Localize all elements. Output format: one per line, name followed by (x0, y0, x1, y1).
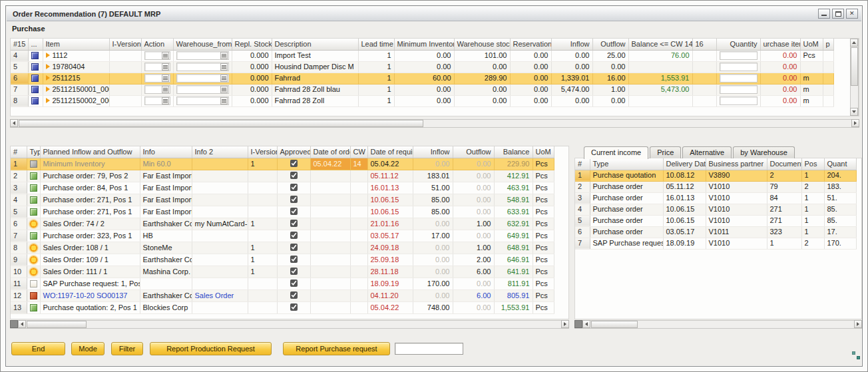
column-header[interactable]: Date of order (310, 146, 350, 158)
link-arrow-icon[interactable] (46, 53, 50, 58)
planned-grid-row[interactable]: 7Purchase order: 323, Pos 1HB03.05.1717.… (11, 230, 554, 242)
action-input[interactable] (144, 85, 170, 94)
income-grid-row[interactable]: 3Purchase order16.01.13V101084151. (575, 192, 856, 204)
column-header[interactable]: Inflow (551, 39, 592, 50)
planned-grid-row[interactable]: 11SAP Purchase request: 1, Pos 218.09.19… (11, 278, 554, 289)
planned-grid-row[interactable]: 10Sales Order: 111 / 1Mashina Corp.128.1… (11, 266, 554, 278)
column-header[interactable]: # (575, 158, 590, 170)
column-header[interactable]: Balance <= CW 14 (628, 39, 692, 50)
warehouse-from-input[interactable] (176, 51, 229, 60)
warehouse-from-input[interactable] (176, 85, 229, 94)
column-header[interactable]: Document (767, 158, 801, 170)
column-header[interactable]: Balance (494, 146, 533, 158)
warehouse-from-input[interactable] (176, 74, 229, 83)
report-production-request-button[interactable]: Report Production Request (150, 342, 272, 355)
link-arrow-icon[interactable] (46, 75, 50, 81)
column-header[interactable]: Info (140, 146, 192, 158)
title-bar[interactable]: Order Recommendation (7) DEFAULT MRP (7, 7, 861, 21)
income-grid-horizontal-scrollbar[interactable] (574, 320, 862, 329)
column-header[interactable]: p (823, 39, 833, 50)
income-grid-row[interactable]: 4Purchase order10.06.15V1010271185. (575, 204, 856, 215)
column-header[interactable]: Pos (801, 158, 824, 170)
choose-from-list-icon[interactable] (162, 75, 169, 82)
approved-checkbox[interactable] (290, 196, 298, 203)
scroll-up-button[interactable] (850, 39, 858, 47)
column-header[interactable]: #15 (11, 39, 28, 50)
quantity-input[interactable] (720, 85, 758, 94)
action-input[interactable] (144, 51, 170, 60)
column-header[interactable]: Outflow (592, 39, 628, 50)
column-header[interactable]: Item (43, 39, 109, 50)
choose-from-list-icon[interactable] (162, 52, 169, 59)
planned-grid-row[interactable]: 5Purchase order: 271, Pos 1Far East Impo… (11, 206, 554, 218)
link-arrow-icon[interactable] (46, 64, 50, 69)
vertical-scroll-thumb[interactable] (851, 47, 858, 86)
column-header[interactable]: Outflow (453, 146, 494, 158)
planned-grid-horizontal-scrollbar[interactable] (10, 320, 569, 329)
column-header[interactable]: 16 (692, 39, 716, 50)
report-purchase-request-button[interactable]: Report Purchase request (283, 342, 390, 355)
column-header[interactable]: Quant (824, 158, 856, 170)
mode-button[interactable]: Mode (71, 342, 105, 355)
top-grid-row[interactable]: 5197804040.000Housind Damper Disc M10.00… (11, 61, 833, 73)
column-header[interactable]: UoM (800, 39, 823, 50)
action-input[interactable] (144, 96, 170, 105)
column-header[interactable]: Description (272, 39, 358, 50)
horizontal-scroll-thumb[interactable] (27, 321, 87, 328)
action-input[interactable] (144, 74, 170, 83)
planned-grid-row[interactable]: 12WO:1197-10-20 SO00137Earthshaker CorSa… (11, 289, 554, 301)
column-header[interactable]: Delivery Date (663, 158, 706, 170)
approved-checkbox[interactable] (290, 208, 298, 215)
income-grid-row[interactable]: 5Purchase order10.06.15V1010271185. (575, 215, 856, 226)
scroll-right-button[interactable] (561, 320, 569, 328)
link-arrow-icon[interactable] (46, 87, 50, 92)
column-header[interactable]: Lead time (358, 39, 394, 50)
quantity-input[interactable] (720, 74, 758, 83)
scroll-left-button[interactable] (18, 320, 26, 328)
tab-alternative[interactable]: Alternative (682, 146, 732, 158)
scroll-down-button[interactable] (850, 108, 858, 116)
planned-grid-row[interactable]: 1Minimum InventoryMin 60.0105.04.221405.… (11, 158, 554, 170)
column-header[interactable]: CW (350, 146, 367, 158)
quantity-input[interactable] (720, 63, 758, 71)
planned-grid-row[interactable]: 3Purchase order: 84, Pos 1Far East Impor… (11, 182, 554, 194)
warehouse-from-input[interactable] (176, 96, 229, 105)
planned-grid-row[interactable]: 2Purchase order: 79, Pos 2Far East Impor… (11, 170, 554, 182)
quantity-input[interactable] (720, 96, 758, 105)
top-grid-horizontal-scrollbar[interactable] (10, 119, 859, 128)
tab-current-income[interactable]: Current income (584, 146, 648, 159)
resize-grip-icon[interactable] (851, 351, 860, 359)
restore-button[interactable] (832, 9, 844, 19)
approved-checkbox[interactable] (290, 256, 298, 263)
column-header[interactable]: # (11, 146, 27, 158)
scroll-right-button[interactable] (851, 119, 859, 127)
planned-grid-row[interactable]: 13Purchase quotation: 2, Pos 1Blockies C… (11, 301, 554, 313)
scroll-right-button[interactable] (854, 320, 862, 328)
column-header[interactable]: Planned Inflow and Outflow (40, 146, 140, 158)
top-grid-row[interactable]: 725112150001_0000.000Fahrrad 28 Zoll bla… (11, 84, 833, 95)
income-grid-row[interactable]: 2Purchase order05.11.12V1010792183. (575, 181, 856, 192)
column-header[interactable]: Type (590, 158, 663, 170)
column-header[interactable]: Minimum Inventory (394, 39, 454, 50)
link-arrow-icon[interactable] (46, 98, 50, 103)
column-header[interactable]: Typ (27, 146, 40, 158)
choose-from-list-icon[interactable] (162, 86, 169, 93)
column-header[interactable]: Date of requiren (367, 146, 413, 158)
choose-from-list-icon[interactable] (162, 63, 169, 71)
top-grid-row[interactable]: 411120.000Import Test10.00101.000.000.00… (11, 50, 833, 61)
horizontal-scroll-thumb[interactable] (591, 321, 638, 328)
column-header[interactable]: urchase item (760, 39, 800, 50)
column-header[interactable]: ... (28, 39, 43, 50)
column-header[interactable]: Reservation (510, 39, 551, 50)
filter-button[interactable]: Filter (111, 342, 143, 355)
top-grid-row[interactable]: 825112150002_0000.000Fahrrad 28 Zoll10.0… (11, 95, 833, 106)
column-header[interactable]: Action (141, 39, 173, 50)
minimize-button[interactable] (818, 9, 830, 19)
approved-checkbox[interactable] (290, 303, 298, 311)
choose-from-list-icon[interactable] (220, 75, 228, 82)
column-header[interactable]: Inflow (413, 146, 453, 158)
column-header[interactable]: Business partner (706, 158, 767, 170)
column-header[interactable]: Quantity (716, 39, 760, 50)
choose-from-list-icon[interactable] (220, 97, 228, 104)
quantity-input[interactable] (720, 51, 758, 60)
